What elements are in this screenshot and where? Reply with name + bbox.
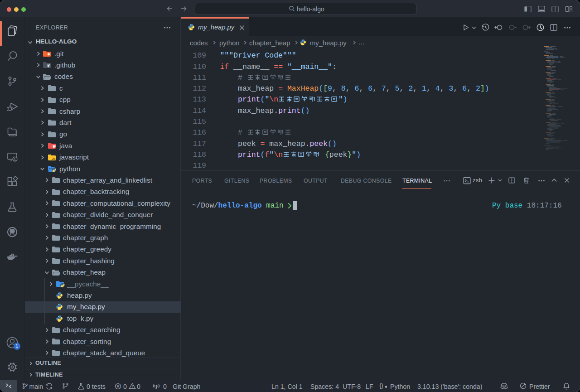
svg-text:JS: JS bbox=[52, 157, 56, 160]
